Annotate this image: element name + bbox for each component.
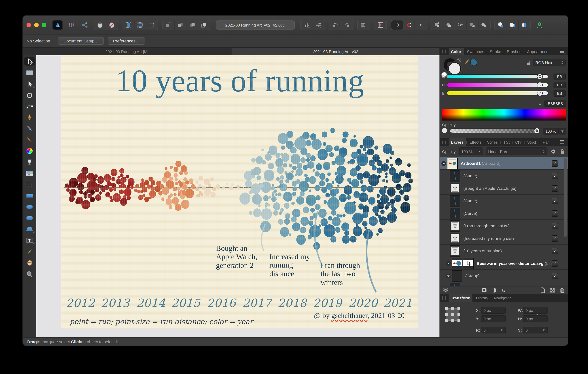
layer-row-4[interactable]: (Curve)✓ <box>440 195 568 207</box>
bool-divide-icon[interactable] <box>467 20 479 29</box>
fullscreen-button[interactable] <box>42 22 46 27</box>
order-front-icon[interactable] <box>198 20 210 29</box>
layer-row-6[interactable]: T(I ran through the last tw)✓ <box>440 220 568 232</box>
caret-icon[interactable]: ▼ <box>415 20 426 29</box>
layer-visibility-checkbox[interactable]: ✓ <box>552 273 558 279</box>
layer-thumbnail[interactable] <box>452 258 462 269</box>
view-hand-tool[interactable] <box>24 258 35 267</box>
layer-thumbnail[interactable]: T <box>450 233 460 244</box>
layer-thumbnail[interactable]: T <box>450 183 460 194</box>
layer-thumbnail[interactable] <box>452 270 462 282</box>
layer-effects-icon[interactable]: fx <box>501 287 507 294</box>
layer-crop-thumbnail[interactable] <box>463 258 473 269</box>
opacity-dropdown-arrow[interactable]: ▼ <box>559 128 566 135</box>
fill-color-swatch[interactable] <box>448 62 461 75</box>
layer-row-3[interactable]: T(Bought an Apple Watch, ge)✓ <box>440 182 568 195</box>
style-fill-icon[interactable] <box>495 20 507 29</box>
magnet-icon[interactable] <box>403 20 415 29</box>
canvas-pasteboard[interactable]: 10 years of running Bought anApple Watch… <box>36 55 440 337</box>
warp-arrow-icon[interactable] <box>94 20 106 29</box>
layer-visibility-checkbox[interactable]: ✓ <box>552 260 558 267</box>
tab-color[interactable]: Color <box>449 48 463 55</box>
tab-history[interactable]: History <box>473 294 490 302</box>
transparent-layer-icon[interactable] <box>549 287 556 294</box>
move-tool[interactable] <box>24 57 35 65</box>
layer-row-5[interactable]: (Curve)✓ <box>440 207 568 220</box>
delete-layer-icon[interactable] <box>559 287 566 294</box>
point-transform-tool[interactable] <box>24 91 35 99</box>
slider-value-B[interactable]: EB <box>554 90 566 96</box>
tab-stock[interactable]: Stock <box>525 138 539 146</box>
color-spectrum-bar[interactable] <box>442 109 566 120</box>
node-network-icon[interactable] <box>79 20 91 29</box>
node-tool[interactable] <box>24 102 35 110</box>
opacity-slider[interactable] <box>450 128 540 133</box>
tab-chr[interactable]: Chr <box>513 138 524 146</box>
account-icon[interactable] <box>534 20 545 29</box>
slider-knob-B[interactable] <box>537 91 542 96</box>
bool-add-icon[interactable]: + <box>431 20 443 29</box>
layer-row-10[interactable]: (Group)✓ <box>440 270 568 282</box>
layer-row-7[interactable]: T(Increased my running dist)✓ <box>440 232 568 245</box>
align-icon[interactable] <box>358 20 369 29</box>
tab-navigator[interactable]: Navigator <box>492 294 513 302</box>
new-layer-icon[interactable] <box>539 287 546 294</box>
color-picker-tool[interactable] <box>24 247 35 256</box>
layer-visibility-checkbox[interactable]: ✓ <box>552 210 558 216</box>
mask-layer-icon[interactable] <box>481 287 488 294</box>
flip-horizontal-icon[interactable] <box>301 20 313 29</box>
layer-visibility-checkbox[interactable]: ✓ <box>552 160 558 167</box>
layers-scrollbar[interactable] <box>564 158 567 237</box>
artboard-canvas[interactable]: 10 years of running Bought anApple Watch… <box>61 55 418 329</box>
pencil-tool[interactable] <box>24 124 35 133</box>
transform-select-S[interactable]: 0 °▼ <box>523 327 548 333</box>
grid-red-icon[interactable] <box>375 20 386 29</box>
ui-bars-icon[interactable] <box>65 20 77 29</box>
slider-knob-R[interactable] <box>537 74 542 79</box>
panel-menu-icon[interactable] <box>559 48 568 55</box>
panel-drag-handle[interactable]: ❙❙ <box>440 296 449 300</box>
bool-combine-icon[interactable] <box>479 20 490 29</box>
layer-row-11[interactable] <box>440 282 568 286</box>
order-backward-icon[interactable] <box>175 20 186 29</box>
layers-lock-icon[interactable] <box>559 148 566 155</box>
transparency-tool[interactable] <box>24 158 35 166</box>
slider-value-G[interactable]: EB <box>554 82 566 88</box>
slider-value-R[interactable]: EB <box>554 73 566 80</box>
trapezoid-tool[interactable] <box>24 225 35 233</box>
slider-track-G[interactable] <box>447 83 548 87</box>
order-back-icon[interactable] <box>163 20 175 29</box>
layer-row-2[interactable]: (Curve)✓ <box>440 170 568 182</box>
gear-icon[interactable] <box>550 148 556 155</box>
opacity-knob-chip[interactable] <box>442 128 447 133</box>
eyedropper-icon[interactable] <box>463 58 470 65</box>
disclosure-down-icon[interactable] <box>446 273 451 278</box>
frame-text-tool[interactable]: T <box>24 236 35 245</box>
color-mode-select[interactable]: RGB Hex ▲▼ <box>533 59 566 66</box>
opacity-slider-knob[interactable] <box>534 128 539 133</box>
order-forward-icon[interactable] <box>186 20 198 29</box>
tab-transform[interactable]: Transform <box>449 294 473 302</box>
panel-menu-icon[interactable] <box>559 139 568 146</box>
pen-tool[interactable] <box>24 113 35 121</box>
style-both-icon[interactable] <box>519 20 530 29</box>
slider-track-B[interactable] <box>447 91 548 96</box>
document-tab-1[interactable]: 2021-03 Running Art [M] <box>23 48 231 55</box>
tab-layers[interactable]: Layers <box>449 138 466 146</box>
blend-mode-select[interactable]: Linear Burn ▲▼ <box>485 147 547 155</box>
hex-value-field[interactable]: EBEBEB <box>545 100 567 107</box>
layers-opacity-select[interactable]: 100 %▼ <box>459 147 483 155</box>
layer-row-8[interactable]: T(10 years of running)✓ <box>440 245 568 257</box>
transform-field-W[interactable]: 0 px <box>523 307 548 314</box>
opacity-value-field[interactable]: 100 % <box>543 128 559 135</box>
layer-thumbnail[interactable]: T <box>450 245 460 256</box>
transform-select-R[interactable]: 0 °▼ <box>481 327 506 333</box>
minimize-button[interactable] <box>34 22 39 27</box>
layer-visibility-checkbox[interactable]: ✓ <box>552 223 558 229</box>
warp-slash-icon[interactable] <box>106 20 117 29</box>
rounded-rectangle-tool[interactable] <box>24 214 35 222</box>
close-button[interactable] <box>27 22 31 27</box>
panel-drag-handle[interactable]: ❙❙ <box>440 50 449 53</box>
transform-field-X[interactable]: 0 px <box>481 307 506 314</box>
layer-thumbnail[interactable] <box>447 158 458 169</box>
